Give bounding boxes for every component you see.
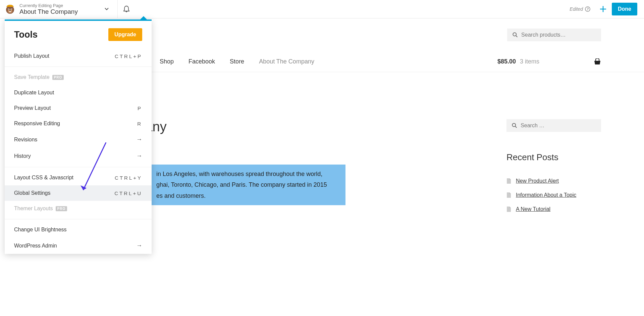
tools-dropdown: Tools Upgrade Publish Layout CTRL+P Save…	[5, 19, 152, 220]
post-link[interactable]: A New Tutorial	[516, 206, 550, 212]
menu-label: Publish Layout	[14, 53, 49, 59]
file-icon	[506, 178, 511, 184]
page-heading: pany	[138, 119, 480, 134]
search-icon	[513, 32, 518, 38]
svg-point-4	[8, 9, 9, 9]
shortcut: CTRL+U	[114, 190, 142, 196]
menu-save-template: Save Template PRO	[5, 70, 152, 85]
separator	[117, 0, 118, 18]
recent-posts-list: New Product Alert Information About a To…	[506, 178, 601, 212]
list-item: A New Tutorial	[506, 206, 601, 212]
cart-items: 3 items	[520, 58, 539, 65]
menu-label: Responsive Editing	[14, 121, 60, 127]
svg-point-5	[11, 9, 12, 9]
menu-duplicate-layout[interactable]: Duplicate Layout	[5, 85, 152, 100]
menu-revisions[interactable]: Revisions →	[5, 131, 152, 148]
shortcut: CTRL+P	[115, 53, 142, 59]
notifications-button[interactable]	[120, 5, 133, 13]
menu-themer-layouts: Themer Layouts PRO	[5, 201, 152, 216]
menu-preview-layout[interactable]: Preview Layout P	[5, 100, 152, 116]
search-products[interactable]	[507, 29, 601, 41]
recent-posts-heading: Recent Posts	[506, 152, 601, 163]
cart-price: $85.00	[497, 58, 516, 65]
menu-publish-layout[interactable]: Publish Layout CTRL+P	[5, 48, 152, 64]
menu-label: Preview Layout	[14, 105, 51, 111]
menu-history[interactable]: History →	[5, 148, 152, 164]
cart[interactable]: $85.00 3 items	[497, 58, 601, 65]
dropdown-pointer	[140, 16, 147, 19]
shortcut: R	[137, 121, 142, 127]
chevron-down-icon	[104, 6, 109, 12]
edited-status: Edited ?	[570, 6, 590, 12]
title-chevron-button[interactable]	[98, 6, 115, 12]
basket-icon	[594, 58, 601, 65]
shortcut: P	[138, 105, 142, 111]
arrow-right-icon: →	[136, 136, 142, 143]
nav-shop[interactable]: Shop	[160, 58, 174, 65]
menu-layout-css-js[interactable]: Layout CSS & Javascript CTRL+Y	[5, 170, 152, 185]
edited-label: Edited	[570, 6, 583, 12]
nav-links: Shop Facebook Store About The Company	[160, 58, 314, 65]
text-line: ghai, Toronto, Chicago, and Paris. The c…	[156, 179, 340, 190]
highlighted-text[interactable]: in Los Angeles, with warehouses spread t…	[151, 165, 345, 205]
list-item: New Product Alert	[506, 178, 601, 184]
plus-icon	[599, 5, 607, 13]
page-title: About The Company	[19, 8, 78, 15]
divider	[5, 219, 152, 219]
file-icon	[506, 207, 511, 212]
list-item: Information About a Topic	[506, 192, 601, 198]
tools-header: Tools Upgrade	[5, 21, 152, 48]
pro-badge: PRO	[56, 206, 67, 211]
nav-store[interactable]: Store	[230, 58, 244, 65]
beaver-logo	[3, 2, 17, 16]
svg-point-12	[513, 33, 516, 36]
search-products-input[interactable]	[521, 32, 596, 38]
text-line: es and customers.	[156, 190, 340, 201]
nav-about[interactable]: About The Company	[259, 58, 314, 65]
svg-text:?: ?	[587, 7, 589, 11]
svg-line-16	[515, 126, 517, 128]
menu-label: Save Template	[14, 74, 50, 80]
arrow-right-icon: →	[136, 152, 142, 160]
svg-line-13	[516, 36, 517, 37]
topbar: Currently Editing Page About The Company…	[0, 0, 644, 18]
text-line: in Los Angeles, with warehouses spread t…	[156, 169, 340, 179]
page-info[interactable]: Currently Editing Page About The Company	[19, 3, 98, 15]
add-button[interactable]	[594, 5, 612, 13]
editing-label: Currently Editing Page	[19, 3, 78, 8]
tools-title: Tools	[14, 30, 38, 40]
help-icon[interactable]: ?	[585, 6, 590, 12]
search-icon	[512, 123, 517, 129]
done-button[interactable]: Done	[612, 3, 637, 15]
bell-icon	[123, 5, 130, 13]
sidebar-search-input[interactable]	[521, 123, 596, 129]
menu-label: History	[14, 153, 31, 159]
divider	[5, 167, 152, 167]
svg-point-15	[512, 123, 516, 127]
svg-rect-14	[594, 61, 600, 61]
post-link[interactable]: Information About a Topic	[516, 192, 576, 198]
divider	[5, 66, 152, 67]
shortcut: CTRL+Y	[115, 175, 142, 181]
menu-label: Themer Layouts	[14, 206, 53, 212]
pro-badge: PRO	[52, 75, 64, 80]
upgrade-button[interactable]: Upgrade	[108, 28, 142, 41]
menu-label: Global Settings	[14, 190, 51, 196]
menu-label: Revisions	[14, 137, 37, 143]
file-icon	[506, 192, 511, 198]
menu-global-settings[interactable]: Global Settings CTRL+U	[5, 185, 152, 201]
svg-rect-7	[9, 11, 11, 12]
menu-responsive-editing[interactable]: Responsive Editing R	[5, 116, 152, 131]
sidebar-search[interactable]	[506, 119, 601, 132]
post-link[interactable]: New Product Alert	[516, 178, 559, 184]
sidebar: Recent Posts New Product Alert Informati…	[506, 119, 644, 220]
menu-label: Layout CSS & Javascript	[14, 175, 73, 181]
nav-facebook[interactable]: Facebook	[189, 58, 215, 65]
menu-label: Duplicate Layout	[14, 90, 54, 96]
